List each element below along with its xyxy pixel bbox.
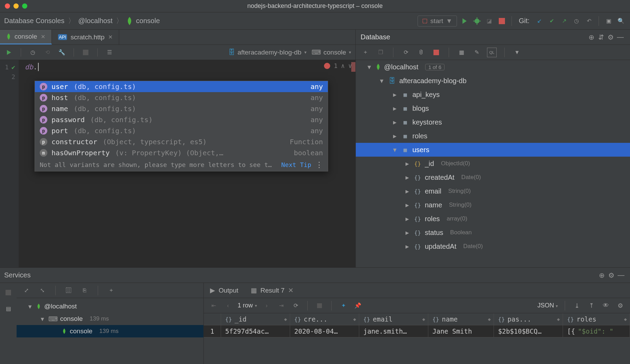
minimize-panel-icon[interactable]: — xyxy=(616,270,626,280)
chevron-down-icon[interactable]: ▾ xyxy=(27,303,33,311)
chevron-right-icon[interactable]: ▸ xyxy=(404,215,410,223)
breadcrumb-item[interactable]: @localhost xyxy=(78,17,113,25)
import-icon[interactable]: ⤒ xyxy=(586,301,596,311)
column-header[interactable]: {}_id◆ xyxy=(221,313,290,325)
cell[interactable]: 5f297d54ac… xyxy=(221,325,290,337)
refresh-icon[interactable]: ⟳ xyxy=(401,48,411,57)
export-icon[interactable]: ⤓ xyxy=(572,301,582,311)
tree-column[interactable]: ▸ {} updatedAt Date(0) xyxy=(356,239,630,253)
run-button[interactable] xyxy=(460,16,469,26)
column-header[interactable]: {}pas...◆ xyxy=(494,313,563,325)
prev-page-icon[interactable]: ‹ xyxy=(223,301,233,311)
console-selector[interactable]: ⌨ console ▾ xyxy=(312,48,352,56)
tree-collection[interactable]: ▸ ▦ roles xyxy=(356,129,630,143)
first-page-icon[interactable]: ⇤ xyxy=(209,301,218,311)
stop-icon[interactable] xyxy=(3,288,13,297)
collapse-icon[interactable]: ⇵ xyxy=(596,32,606,42)
git-push-icon[interactable]: ↗ xyxy=(559,16,569,26)
tree-collection[interactable]: ▸ ▦ blogs xyxy=(356,101,630,115)
tree-database[interactable]: ▾ 🗄 afteracademy-blog-db xyxy=(356,74,630,88)
svc-console-child[interactable]: console 139 ms xyxy=(17,325,203,337)
layout-icon[interactable]: ▤ xyxy=(3,304,13,313)
result-tab[interactable]: ▦ Result 7 ✕ xyxy=(245,283,300,298)
sort-icon[interactable]: ◆ xyxy=(422,316,425,322)
add-row-icon[interactable]: ✦ xyxy=(338,301,348,311)
view-data-icon[interactable]: ☰ xyxy=(105,48,114,57)
settings-icon[interactable]: 🔧 xyxy=(57,48,67,57)
chevron-down-icon[interactable]: ▾ xyxy=(39,315,46,323)
git-pull-icon[interactable]: ↙ xyxy=(534,16,544,26)
git-history-icon[interactable]: ◷ xyxy=(572,16,581,26)
breadcrumb-item[interactable]: console xyxy=(136,17,160,25)
next-page-icon[interactable]: › xyxy=(262,301,271,311)
collapse-all-icon[interactable]: ⤡ xyxy=(37,286,47,295)
tree-collection[interactable]: ▸ ▦ keystores xyxy=(356,115,630,129)
chevron-right-icon[interactable]: ▸ xyxy=(392,104,398,112)
minimize-panel-icon[interactable]: — xyxy=(615,32,625,42)
result-grid[interactable]: {}_id◆ {}cre...◆ {}email◆ {}name◆ {}pas.… xyxy=(204,313,630,364)
last-page-icon[interactable]: ⇥ xyxy=(276,301,286,311)
edit-icon[interactable]: ✎ xyxy=(472,48,481,57)
close-tab-icon[interactable]: ✕ xyxy=(108,34,113,40)
svc-datasource[interactable]: ▾ @localhost xyxy=(17,300,203,313)
stop-icon[interactable] xyxy=(431,48,441,57)
scroll-from-source-icon[interactable]: ⊕ xyxy=(586,32,596,42)
chevron-down-icon[interactable]: ▾ xyxy=(379,77,385,85)
sort-icon[interactable]: ◆ xyxy=(353,316,356,322)
column-header[interactable]: {}roles◆ xyxy=(563,313,630,325)
more-options-icon[interactable]: ⋮ xyxy=(315,160,323,169)
pin-icon[interactable]: 📌 xyxy=(353,301,363,311)
stop-icon[interactable] xyxy=(81,48,90,57)
autocomplete-popup[interactable]: p user (db, config.ts) any p host (db, c… xyxy=(35,81,328,171)
rollback-icon[interactable]: ⟲ xyxy=(42,48,52,57)
sort-icon[interactable]: ◆ xyxy=(624,316,627,322)
gear-icon[interactable]: ⚙ xyxy=(606,32,615,42)
chevron-right-icon[interactable]: ▸ xyxy=(404,242,410,250)
sort-icon[interactable]: ◆ xyxy=(557,316,560,322)
svc-console[interactable]: ▾ ⌨ console 139 ms xyxy=(17,313,203,325)
error-stripe[interactable] xyxy=(351,62,355,72)
filter-icon[interactable]: ▼ xyxy=(512,48,522,57)
chevron-right-icon[interactable]: ▸ xyxy=(404,159,410,168)
expand-all-icon[interactable]: ⤢ xyxy=(21,286,31,295)
tree-column[interactable]: ▸ {} email String(0) xyxy=(356,184,630,198)
autocomplete-item[interactable]: p host (db, config.ts) any xyxy=(35,92,328,103)
prev-error-icon[interactable]: ∧ xyxy=(341,62,345,69)
cell[interactable]: Jane Smith xyxy=(428,325,494,337)
chevron-down-icon[interactable]: ▾ xyxy=(392,146,398,154)
tree-column[interactable]: ▸ {} createdAt Date(0) xyxy=(356,170,630,184)
undo-icon[interactable]: ↶ xyxy=(584,16,594,26)
editor-tab-console[interactable]: console ✕ xyxy=(0,30,52,45)
chevron-right-icon[interactable]: ▸ xyxy=(392,90,398,99)
scroll-from-source-icon[interactable]: ⊕ xyxy=(597,270,607,280)
execute-button[interactable] xyxy=(4,48,14,57)
tree-column[interactable]: ▸ {} roles array(0) xyxy=(356,212,630,226)
history-icon[interactable]: ◷ xyxy=(28,48,38,57)
column-header[interactable]: {}cre...◆ xyxy=(290,313,359,325)
git-commit-icon[interactable]: ✔ xyxy=(547,16,556,26)
duplicate-icon[interactable]: ❐ xyxy=(376,48,385,57)
tree-column[interactable]: ▸ {} _id ObjectId(0) xyxy=(356,157,630,170)
column-header[interactable]: {}name◆ xyxy=(428,313,494,325)
gear-icon[interactable]: ⚙ xyxy=(607,270,616,280)
view-icon[interactable]: 👁 xyxy=(601,301,611,311)
column-header[interactable]: {}email◆ xyxy=(359,313,428,325)
autocomplete-item[interactable]: p user (db, config.ts) any xyxy=(35,81,328,92)
group-icon[interactable]: ⿲ xyxy=(64,286,74,295)
cell[interactable]: jane.smith… xyxy=(359,325,428,337)
chevron-right-icon[interactable]: ▸ xyxy=(404,201,410,209)
tree-column[interactable]: ▸ {} status Boolean xyxy=(356,226,630,239)
sort-icon[interactable]: ◆ xyxy=(488,316,491,322)
stop-icon[interactable] xyxy=(315,301,324,311)
editor-tab-scratch[interactable]: API scratch.http ✕ xyxy=(52,30,119,45)
datasource-properties-icon[interactable]: 🛢 xyxy=(416,48,426,57)
coverage-button[interactable]: ◪ xyxy=(485,16,494,26)
chevron-right-icon[interactable]: ▸ xyxy=(392,132,398,140)
chevron-right-icon[interactable]: ▸ xyxy=(404,173,410,181)
chevron-right-icon[interactable]: ▸ xyxy=(392,118,398,126)
autocomplete-item[interactable]: p constructor (Object, typescript, es5) … xyxy=(35,136,328,147)
chevron-right-icon[interactable]: ▸ xyxy=(404,187,410,195)
tree-datasource[interactable]: ▾ @localhost 1 of 6 xyxy=(356,60,630,74)
tree-collection[interactable]: ▸ ▦ api_keys xyxy=(356,88,630,101)
layout-icon[interactable]: ▣ xyxy=(604,16,613,26)
